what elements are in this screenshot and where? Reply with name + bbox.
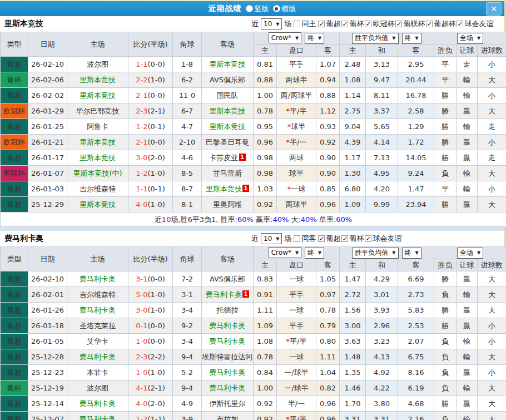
corner-score: 7-2 (173, 271, 202, 287)
match-row: 葡超26-01-25阿鲁卡1-2(0-1)4-7里斯本竞技0.95*球半0.93… (1, 119, 506, 135)
chevron-down-icon: ▼ (295, 36, 299, 41)
avg-draw: 3.01 (366, 287, 398, 303)
away-odds: 0.82 (316, 381, 340, 396)
match-count-select[interactable]: 10 ▼ (261, 233, 282, 244)
avg-home: 1.17 (340, 150, 366, 166)
match-row: 葡超25-12-29里斯本竞技4-0(1-0)8-1里奥阿维0.92两球半0.9… (1, 197, 506, 213)
away-odds: 1.11 (316, 349, 340, 365)
odds-company-select[interactable]: Crow*▼ (269, 247, 301, 258)
league-filter-葡超[interactable]: 葡超 (318, 234, 340, 244)
league-filter-葡杯[interactable]: 葡杯 (341, 234, 364, 244)
layout-vertical-radio[interactable]: 竖版 (246, 4, 269, 14)
home-odds: 0.98 (254, 166, 277, 181)
home-team: 费马利卡奥 (67, 396, 128, 412)
handicap-result: 走 (457, 57, 478, 72)
handicap: 两球半 (277, 197, 316, 213)
near-label: 近 (251, 19, 259, 29)
match-count-select[interactable]: 10 ▼ (261, 18, 282, 29)
wdl-result: 負 (434, 412, 457, 420)
match-row: 葡超26-01-26费马利卡奥3-0(1-0)3-4托德拉1.11一球0.781… (1, 303, 506, 318)
match-date: 26-01-07 (28, 166, 67, 181)
handicap: *平/半 (277, 103, 316, 119)
avg-away: 14.05 (398, 150, 434, 166)
league-filter-葡杯[interactable]: 葡杯 (341, 19, 364, 29)
corner-score: 9-4 (173, 349, 202, 365)
odds-company-select[interactable]: Crow*▼ (269, 32, 301, 43)
handicap: 一/球半 (277, 365, 316, 381)
handicap-result: 贏 (457, 271, 478, 287)
avg-away: 8.16 (398, 365, 434, 381)
away-odds: 0.93 (316, 119, 340, 135)
match-row: 葡超26-02-10波尔图1-1(0-0)1-8里斯本竞技0.81平手1.072… (1, 57, 506, 72)
avg-away: 20.44 (398, 72, 434, 88)
same-venue-checkbox[interactable]: 同客 (294, 234, 316, 244)
league-filter-葡超杯[interactable]: 葡超杯 (426, 19, 455, 29)
avg-draw: 4.22 (366, 381, 398, 396)
away-team: 卡莎皮亚1 (202, 150, 254, 166)
league-badge: 葡超 (1, 396, 28, 412)
handicap: 平手 (277, 318, 316, 334)
handicap: 两/两球半 (277, 88, 316, 103)
avg-time-select[interactable]: 终▼ (402, 33, 421, 44)
league-filter-葡超[interactable]: 葡超 (318, 19, 340, 29)
goals-result: 大 (478, 303, 506, 318)
team-section-sporting: 里斯本竞技 近 10 ▼ 场 同主 葡超葡杯欧冠杯葡联杯葡超杯球会友谊 (0, 16, 504, 227)
score: 4-0(1-0) (128, 197, 173, 213)
goals-result: 大 (478, 381, 506, 396)
odds-time-select[interactable]: 终▼ (305, 33, 324, 44)
away-team: 费马利卡奥1 (202, 287, 254, 303)
layout-horizontal-radio[interactable]: 横版 (273, 4, 296, 14)
away-odds: 0.96 (316, 396, 340, 412)
section-header: 里斯本竞技 近 10 ▼ 场 同主 葡超葡杯欧冠杯葡联杯葡超杯球会友谊 (0, 16, 504, 32)
score: 1-1(0-0) (128, 57, 173, 72)
home-odds: 0.92 (254, 412, 277, 420)
league-filter-葡联杯[interactable]: 葡联杯 (395, 19, 425, 29)
score: 5-0(1-0) (128, 287, 173, 303)
avg-draw: 7.13 (366, 150, 398, 166)
handicap-result: 贏 (457, 135, 478, 150)
games-label: 场 (284, 234, 291, 244)
avg-draw: 8.11 (366, 88, 398, 103)
handicap: *一球 (277, 181, 316, 197)
handicap-result: 輸 (457, 119, 478, 135)
avg-draw: 5.65 (366, 119, 398, 135)
scope-select[interactable]: 全场▼ (457, 33, 483, 44)
section-header: 费马利卡奥 近 10 ▼ 场 同客 葡超葡杯球会友谊 (0, 231, 504, 246)
away-team: 里斯本竞技 (202, 119, 254, 135)
home-team: 费马利卡奥 (67, 412, 128, 420)
scope-select[interactable]: 全场▼ (457, 248, 483, 259)
away-odds: 0.90 (316, 166, 340, 181)
close-button[interactable]: ✕ (486, 2, 502, 16)
league-badge: 葡超 (1, 349, 28, 365)
avg-time-select[interactable]: 终▼ (402, 248, 421, 259)
col-header-3: 比分(半场) (128, 32, 173, 57)
same-venue-checkbox[interactable]: 同主 (294, 19, 316, 29)
league-filters: 葡超葡杯欧冠杯葡联杯葡超杯球会友谊 (318, 19, 493, 29)
match-date: 26-01-26 (28, 303, 67, 318)
home-team: 波尔图 (67, 57, 128, 72)
handicap-result: 輸 (457, 181, 478, 197)
league-badge: 葡超 (1, 150, 28, 166)
away-team: 费马利卡奥 (202, 365, 254, 381)
league-filter-球会友谊[interactable]: 球会友谊 (365, 234, 401, 244)
same-venue-label: 同客 (301, 234, 316, 244)
odds-time-select[interactable]: 终▼ (305, 248, 324, 259)
corner-score: 9-2 (173, 318, 202, 334)
header-group-1: 胜平负均值▼终▼ (340, 32, 434, 45)
home-team: 里斯本竞技(中) (67, 166, 128, 181)
corner-score: 8-5 (173, 166, 202, 181)
league-filter-球会友谊[interactable]: 球会友谊 (457, 19, 493, 29)
match-row: 葡超26-01-17里斯本竞技3-0(2-0)4-6卡莎皮亚10.98两球0.9… (1, 150, 506, 166)
home-team: 艾华卡 (67, 334, 128, 349)
score: 2-3(2-1) (128, 103, 173, 119)
avg-type-select[interactable]: 胜平负均值▼ (352, 248, 398, 259)
chevron-down-icon: ▼ (276, 22, 279, 27)
avg-type-select[interactable]: 胜平负均值▼ (352, 33, 398, 44)
avg-away: 1.47 (398, 181, 434, 197)
home-odds: 1.03 (254, 181, 277, 197)
avg-home: 2.75 (340, 103, 366, 119)
checkbox-checked-icon (457, 21, 463, 27)
league-filter-欧冠杯[interactable]: 欧冠杯 (365, 19, 394, 29)
handicap-result: 輸 (457, 88, 478, 103)
score: 4-1(2-1) (128, 381, 173, 396)
